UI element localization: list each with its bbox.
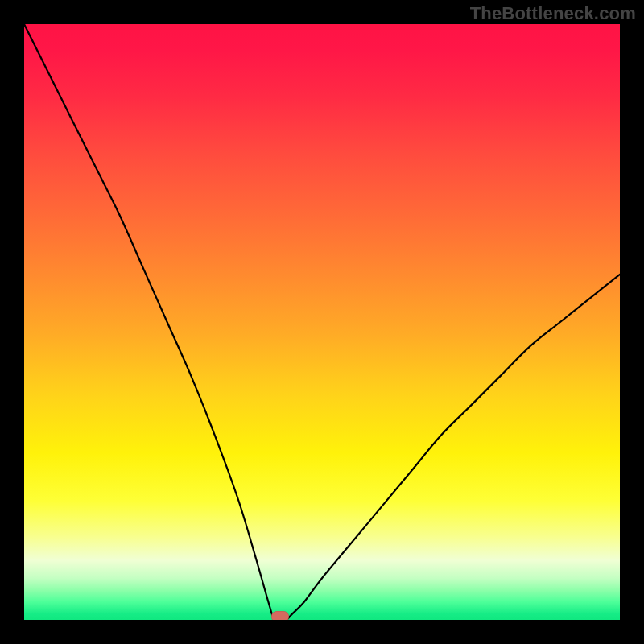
watermark-text: TheBottleneck.com [470,3,636,24]
optimum-marker [271,611,289,620]
chart-frame: TheBottleneck.com [0,0,644,644]
plot-area [24,24,620,620]
bottleneck-curve [24,24,620,620]
